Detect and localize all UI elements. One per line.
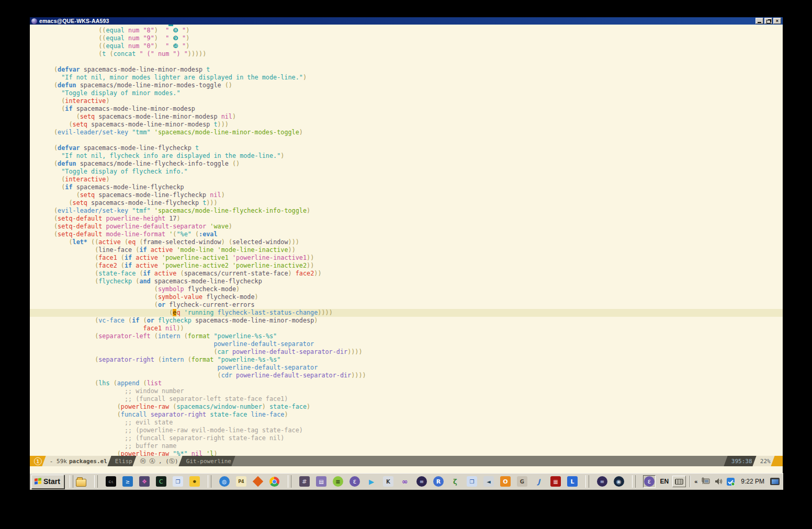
code-line: (interactive) — [30, 97, 783, 105]
taskbar-grip[interactable] — [70, 475, 73, 488]
code-line: (symbolp flycheck-mode) — [30, 285, 783, 293]
code-line: ;; window number — [30, 387, 783, 395]
emacs-app-icon[interactable] — [31, 18, 37, 24]
screen: emacs@QUE-WKS-AA593 × ((equal num "8") "… — [30, 17, 783, 490]
code-line: (evil-leader/set-key "tmf" 'spacemacs/mo… — [30, 207, 783, 215]
taskbar-grip[interactable] — [94, 475, 98, 488]
buffer[interactable]: ((equal num "8") " ❽ ") ((equal num "9")… — [30, 25, 783, 456]
cyberduck-icon[interactable]: ● — [189, 476, 200, 487]
code-line: face1 nil)) — [30, 325, 783, 332]
language-indicator[interactable]: EN — [660, 478, 669, 485]
r-app-icon[interactable]: R — [433, 476, 444, 487]
l-app-icon[interactable]: L — [567, 476, 578, 487]
network-icon[interactable] — [701, 477, 710, 486]
minimize-button[interactable] — [755, 18, 763, 24]
google-play-icon[interactable]: ▶ — [366, 476, 377, 487]
taskbar-grip[interactable] — [288, 475, 291, 488]
code-line: (car powerline-default-separator-dir)))) — [30, 348, 783, 356]
code-line: (t (concat " (" num ") "))))) — [30, 50, 783, 58]
code-line: (defun spacemacs/mode-line-flycheck-info… — [30, 160, 783, 168]
code-line: (line-face (if active 'mode-line 'mode-l… — [30, 246, 783, 254]
start-button[interactable]: Start — [31, 475, 64, 489]
restore-icon — [766, 20, 771, 24]
code-line: (vc-face (if (or flycheckp spacemacs-mod… — [30, 317, 783, 325]
eye-app-icon[interactable]: ◄ — [483, 476, 494, 487]
code-line: "If not nil, minor modes lighter are dis… — [30, 74, 783, 82]
code-line: (separator-left (intern (format "powerli… — [30, 332, 783, 340]
media-app-icon[interactable]: ❖ — [139, 476, 150, 487]
red-pixel-app-icon[interactable]: ▦ — [550, 476, 561, 487]
infinity-icon[interactable]: ∞ — [399, 476, 411, 487]
code-line: (let* ((active (eq (frame-selected-windo… — [30, 238, 783, 246]
code-line: (setq spacemacs-mode-line-flycheckp t))) — [30, 199, 783, 207]
code-line: (powerline-raw "%*" nil 'l) — [30, 450, 783, 456]
code-line: (setq spacemacs-mode-line-minor-modesp n… — [30, 113, 783, 121]
code-line: (setq-default powerline-default-separato… — [30, 223, 783, 231]
code-line: (if spacemacs-mode-line-flycheckp — [30, 183, 783, 191]
taskbar-grip[interactable] — [632, 475, 636, 488]
show-hidden-icons-chevron[interactable]: « — [694, 479, 697, 485]
explorer-folder-icon[interactable] — [75, 476, 87, 487]
restore-button[interactable] — [764, 18, 772, 24]
steam-icon[interactable]: ◉ — [613, 476, 625, 487]
remote-window-icon[interactable]: ❐ — [172, 476, 184, 487]
code-line: (if spacemacs-mode-line-minor-modesp — [30, 105, 783, 113]
remote-desktop-icon[interactable]: ❐ — [466, 476, 478, 487]
code-line: (funcall separator-right state-face line… — [30, 411, 783, 419]
purple-window-icon[interactable]: ▤ — [315, 476, 327, 487]
perforce-p4-icon[interactable]: P4 — [235, 476, 247, 487]
eclipse-icon[interactable]: ≡ — [416, 476, 427, 487]
code-line: ;; buffer name — [30, 442, 783, 450]
spotify-icon[interactable]: ≡ — [332, 476, 344, 487]
snake-app-icon[interactable]: ζ — [449, 476, 461, 487]
desktop: emacs@QUE-WKS-AA593 × ((equal num "8") "… — [0, 0, 812, 529]
powershell-icon[interactable]: ≥ — [122, 476, 133, 487]
window-number-icon: 1 — [34, 457, 42, 465]
close-icon: × — [776, 19, 779, 24]
taskbar-grip[interactable] — [585, 475, 589, 488]
keyboard-layout-button[interactable] — [672, 476, 686, 487]
code-line: (setq-default powerline-height 17) — [30, 215, 783, 223]
code-line: powerline-default-separator — [30, 364, 783, 372]
show-desktop-icon[interactable] — [770, 478, 780, 485]
emacs-icon[interactable]: ε — [349, 476, 360, 487]
clock[interactable]: 9:22 PM — [739, 478, 766, 485]
code-line: (face1 (if active 'powerline-active1 'po… — [30, 254, 783, 262]
pixel-app-icon[interactable]: K — [382, 476, 394, 487]
minor-modes: Ⓗ Ⓐ , (Ⓢ) — [132, 456, 186, 466]
minimize-icon — [758, 22, 761, 23]
taskbar-grip[interactable] — [208, 475, 211, 488]
volume-icon[interactable] — [714, 477, 723, 486]
code-line: (flycheckp (and spacemacs-mode-line-flyc… — [30, 278, 783, 285]
window-title: emacs@QUE-WKS-AA593 — [39, 18, 755, 24]
code-line: "Toggle display of minor modes." — [30, 89, 783, 97]
tray-divider — [690, 476, 691, 487]
close-button[interactable]: × — [773, 18, 781, 24]
diamond-app-icon[interactable] — [252, 476, 264, 487]
conemu-icon[interactable]: C — [155, 476, 167, 487]
keyboard-icon — [675, 479, 683, 485]
code-line — [30, 58, 783, 66]
emacs-window: emacs@QUE-WKS-AA593 × ((equal num "8") "… — [30, 17, 783, 472]
slack-icon[interactable]: # — [299, 476, 310, 487]
globe-icon[interactable]: ◍ — [219, 476, 230, 487]
command-prompt-icon[interactable]: C:\ — [105, 476, 117, 487]
emacs-active-icon[interactable]: ε — [643, 475, 656, 488]
code-line: (cdr powerline-default-separator-dir)))) — [30, 372, 783, 380]
code-line: (separator-right (intern (format "powerl… — [30, 356, 783, 364]
code-line: (setq-default mode-line-format '("%e" (:… — [30, 231, 783, 238]
gimp-icon[interactable]: G — [516, 476, 528, 487]
dropbox-icon[interactable] — [726, 477, 735, 486]
code-line: (defvar spacemacs-mode-line-minor-modesp… — [30, 66, 783, 74]
outlook-icon[interactable]: O — [500, 476, 511, 487]
code-line: (symbol-value flycheck-mode) — [30, 293, 783, 301]
modeline-filler — [231, 456, 731, 466]
start-button-label: Start — [43, 477, 60, 486]
chrome-icon[interactable] — [269, 476, 280, 487]
eclipse2-icon[interactable]: ≡ — [596, 476, 608, 487]
code-line: (eq 'running flycheck-last-status-change… — [30, 309, 783, 317]
code-line: ((equal num "8") " ❽ ") — [30, 27, 783, 34]
j-app-icon[interactable]: J — [533, 476, 545, 487]
code-line: (state-face (if active (spacemacs/curren… — [30, 270, 783, 278]
modeline: 1- 59k packages.elElispⒽ Ⓐ , (Ⓢ)Git-powe… — [30, 456, 783, 466]
